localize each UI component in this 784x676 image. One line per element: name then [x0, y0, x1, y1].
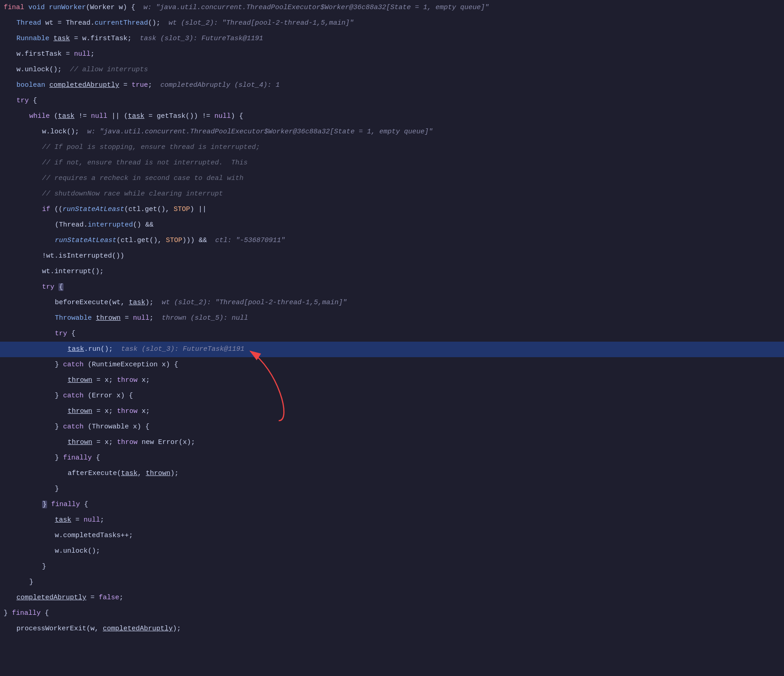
token: {	[41, 609, 49, 617]
code-line: w.lock(); w: "java.util.concurrent.Threa…	[0, 124, 784, 140]
token: interrupted	[88, 221, 133, 229]
token: task	[129, 299, 145, 306]
token: (RuntimeException x) {	[84, 361, 178, 369]
token: void	[28, 4, 49, 11]
token: completedAbruptly (slot_4): 1	[160, 81, 280, 89]
token: if	[42, 206, 50, 213]
code-viewer: final void runWorker(Worker w) { w: "jav…	[0, 0, 784, 637]
code-line: } catch (Error x) {	[0, 388, 784, 404]
code-line: w.firstTask = null;	[0, 47, 784, 62]
code-line: } finally {	[0, 497, 784, 512]
token: {	[92, 454, 100, 462]
code-line: } finally {	[0, 450, 784, 466]
token: finally	[63, 454, 92, 462]
token: STOP	[174, 206, 190, 213]
code-line: final void runWorker(Worker w) { w: "jav…	[0, 0, 784, 16]
token: ctl: "-536870911"	[215, 237, 285, 244]
token: = w.firstTask;	[70, 35, 140, 42]
token: ;	[149, 314, 162, 322]
token: final	[4, 4, 28, 11]
token: );	[170, 470, 179, 477]
token: ) {	[231, 112, 243, 120]
code-line: while (task != null || (task = getTask()…	[0, 109, 784, 124]
token: (Thread.	[55, 221, 88, 229]
code-line: beforeExecute(wt, task); wt (slot_2): "T…	[0, 295, 784, 311]
token: {	[80, 501, 88, 508]
token: (	[50, 112, 58, 120]
code-line: thrown = x; throw new Error(x);	[0, 435, 784, 450]
token: w.unlock();	[55, 547, 100, 555]
token: catch	[63, 423, 84, 431]
token: w.completedTasks++;	[55, 532, 133, 539]
token: || (	[107, 112, 128, 120]
token: null	[133, 314, 149, 322]
token: Throwable	[55, 314, 96, 322]
token: null	[84, 516, 100, 524]
token: try	[55, 330, 67, 338]
code-line: boolean completedAbruptly = true; comple…	[0, 78, 784, 93]
code-line: thrown = x; throw x;	[0, 404, 784, 419]
token: null	[91, 112, 107, 120]
token: task (slot_3): FutureTask@1191	[140, 35, 263, 42]
token: // shutdownNow race while clearing inter…	[42, 190, 223, 198]
code-line: thrown = x; throw x;	[0, 373, 784, 388]
code-line: w.unlock();	[0, 544, 784, 559]
token: =	[71, 516, 84, 524]
token: =	[86, 594, 99, 602]
token: beforeExecute(wt,	[55, 299, 129, 306]
token: ,	[138, 470, 146, 477]
code-line: w.completedTasks++;	[0, 528, 784, 544]
code-line: task = null;	[0, 512, 784, 528]
token: (Error x) {	[84, 392, 133, 400]
token: runStateAtLeast	[55, 237, 117, 244]
token: thrown	[68, 376, 92, 384]
token: w.lock();	[42, 128, 87, 136]
token: ;	[119, 594, 123, 602]
token: x;	[138, 407, 150, 415]
token: x;	[138, 376, 150, 384]
token: }	[55, 485, 59, 493]
token: completedAbruptly	[103, 625, 173, 633]
token: new Error(x);	[138, 438, 195, 446]
code-line: Runnable task = w.firstTask; task (slot_…	[0, 31, 784, 47]
token: {	[29, 97, 37, 105]
token: true	[132, 81, 148, 89]
token: () &&	[133, 221, 154, 229]
token: {	[58, 283, 64, 291]
code-line: // shutdownNow race while clearing inter…	[0, 186, 784, 202]
token: thrown (slot_5): null	[162, 314, 248, 322]
token: );	[173, 625, 181, 633]
token: }	[55, 361, 63, 369]
code-line: Thread wt = Thread.currentThread(); wt (…	[0, 16, 784, 31]
code-line: // If pool is stopping, ensure thread is…	[0, 140, 784, 155]
token: = x;	[92, 438, 117, 446]
token: ;	[100, 516, 104, 524]
token: w: "java.util.concurrent.ThreadPoolExecu…	[87, 128, 433, 136]
token: task	[68, 345, 84, 353]
code-line: completedAbruptly = false;	[0, 590, 784, 606]
code-line: Throwable thrown = null; thrown (slot_5)…	[0, 311, 784, 326]
code-line: }	[0, 481, 784, 497]
code-line: processWorkerExit(w, completedAbruptly);	[0, 621, 784, 637]
token: task	[53, 35, 70, 42]
token: wt.interrupt();	[42, 268, 104, 275]
code-line: !wt.isInterrupted())	[0, 248, 784, 264]
token	[47, 501, 51, 508]
code-line: // requires a recheck in second case to …	[0, 171, 784, 186]
token: w.unlock();	[16, 66, 70, 74]
token: throw	[117, 438, 138, 446]
token: while	[29, 112, 50, 120]
token: ((	[50, 206, 63, 213]
token: ) ||	[190, 206, 207, 213]
token: (Throwable x) {	[84, 423, 149, 431]
token: boolean	[16, 81, 49, 89]
token: catch	[63, 392, 84, 400]
token: wt = Thread.	[45, 19, 95, 27]
token: = x;	[92, 376, 117, 384]
token: task	[121, 470, 138, 477]
code-line: try {	[0, 280, 784, 295]
token: // if not, ensure thread is not interrup…	[42, 159, 248, 167]
token: throw	[117, 407, 138, 415]
code-line: try {	[0, 326, 784, 342]
code-line: // if not, ensure thread is not interrup…	[0, 155, 784, 171]
